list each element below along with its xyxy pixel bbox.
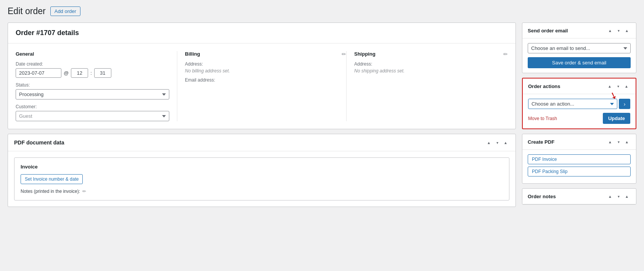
pdf-document-body: Invoice Set Invoice number & date Notes …	[8, 151, 516, 207]
invoice-title: Invoice	[21, 164, 503, 170]
create-pdf-title: Create PDF	[528, 139, 554, 145]
billing-address-label: Address:	[185, 61, 339, 67]
status-label: Status:	[16, 82, 169, 88]
pdf-collapse-toggle-icon[interactable]: ▲	[623, 138, 631, 146]
order-details-card: Order #1707 details General Date created…	[8, 22, 516, 129]
order-action-select[interactable]: Choose an action...	[528, 99, 617, 109]
notes-label: Notes (printed in the invoice):	[21, 189, 80, 194]
email-collapse-up-icon[interactable]: ▲	[606, 27, 614, 34]
email-to-send-select[interactable]: Choose an email to send...	[528, 43, 631, 53]
send-order-email-header: Send order email ▲ ▾ ▲	[522, 23, 636, 38]
pdf-collapse-down-icon[interactable]: ▾	[615, 138, 622, 146]
create-pdf-body: PDF Invoice PDF Packing Slip	[522, 150, 636, 183]
general-section: General Date created: @ : Status: Proces…	[16, 51, 177, 121]
at-label: @	[64, 70, 69, 76]
send-order-email-body: Choose an email to send... Save order & …	[522, 38, 636, 73]
customer-select[interactable]: Guest	[16, 111, 169, 121]
pdf-document-header: PDF document data ▲ ▾ ▲	[8, 134, 516, 151]
update-button[interactable]: Update	[603, 113, 630, 124]
action-run-icon: ›	[624, 101, 626, 107]
date-input[interactable]	[16, 68, 61, 78]
create-pdf-card: Create PDF ▲ ▾ ▲ PDF Invoice PDF Packing…	[522, 134, 636, 184]
shipping-edit-icon[interactable]: ✏	[503, 51, 508, 57]
actions-collapse-toggle-icon[interactable]: ▲	[623, 82, 630, 90]
order-actions-card: Order actions ▲ ▾ ▲ ➘ Choose an action..…	[522, 78, 636, 129]
order-actions-title: Order actions	[528, 83, 560, 89]
billing-section-title: Billing	[185, 51, 339, 57]
pdf-invoice-button[interactable]: PDF Invoice	[528, 154, 631, 164]
shipping-address-label: Address:	[354, 61, 508, 67]
save-order-send-email-button[interactable]: Save order & send email	[528, 57, 631, 68]
set-invoice-button[interactable]: Set Invoice number & date	[21, 174, 83, 184]
shipping-address-value: No shipping address set.	[354, 68, 508, 74]
action-run-button[interactable]: ›	[619, 99, 630, 109]
status-select[interactable]: Processing	[16, 89, 169, 99]
shipping-section: ✏ Shipping Address: No shipping address …	[346, 51, 508, 121]
date-created-label: Date created:	[16, 61, 169, 67]
send-order-email-title: Send order email	[528, 28, 568, 34]
minute-input[interactable]	[94, 68, 111, 78]
notes-collapse-toggle-icon[interactable]: ▲	[623, 192, 631, 200]
colon-label: :	[90, 70, 92, 76]
action-footer: Move to Trash Update	[528, 113, 630, 124]
invoice-section: Invoice Set Invoice number & date Notes …	[14, 157, 509, 200]
actions-collapse-down-icon[interactable]: ▾	[614, 82, 622, 90]
hour-input[interactable]	[71, 68, 88, 78]
collapse-toggle-icon[interactable]: ▲	[502, 139, 509, 146]
billing-address-value: No billing address set.	[185, 68, 339, 74]
send-order-email-card: Send order email ▲ ▾ ▲ Choose an email t…	[522, 22, 636, 73]
pdf-collapse-up-icon[interactable]: ▲	[606, 138, 614, 146]
order-details-title: Order #1707 details	[16, 29, 79, 37]
pdf-document-card: PDF document data ▲ ▾ ▲ Invoice Set Invo…	[8, 134, 516, 207]
actions-collapse-up-icon[interactable]: ▲	[606, 82, 613, 90]
action-row: ➘ Choose an action... ›	[528, 99, 630, 109]
pdf-document-title: PDF document data	[14, 140, 64, 146]
create-pdf-header: Create PDF ▲ ▾ ▲	[522, 134, 636, 150]
collapse-up-icon[interactable]: ▲	[485, 139, 493, 146]
order-details-header: Order #1707 details	[8, 23, 516, 43]
general-section-title: General	[16, 51, 169, 57]
order-actions-body: ➘ Choose an action... › Move to Trash Up…	[523, 94, 636, 128]
order-notes-card: Order notes ▲ ▾ ▲	[522, 188, 636, 205]
notes-collapse-down-icon[interactable]: ▾	[615, 192, 622, 200]
customer-label: Customer:	[16, 104, 169, 109]
notes-edit-icon[interactable]: ✏	[82, 189, 86, 194]
pdf-packing-slip-button[interactable]: PDF Packing Slip	[528, 167, 631, 176]
move-to-trash-link[interactable]: Move to Trash	[528, 116, 557, 121]
order-notes-title: Order notes	[528, 194, 556, 199]
order-notes-header: Order notes ▲ ▾ ▲	[522, 189, 636, 204]
billing-section: ✏ Billing Address: No billing address se…	[177, 51, 346, 121]
email-collapse-toggle-icon[interactable]: ▲	[623, 27, 631, 34]
collapse-down-icon[interactable]: ▾	[493, 139, 501, 146]
page-title: Edit order	[8, 6, 46, 16]
email-collapse-down-icon[interactable]: ▾	[615, 27, 622, 34]
notes-collapse-up-icon[interactable]: ▲	[606, 192, 614, 200]
billing-email-label: Email address:	[185, 77, 339, 83]
billing-edit-icon[interactable]: ✏	[342, 51, 346, 57]
shipping-section-title: Shipping	[354, 51, 508, 57]
add-order-button[interactable]: Add order	[50, 6, 80, 16]
